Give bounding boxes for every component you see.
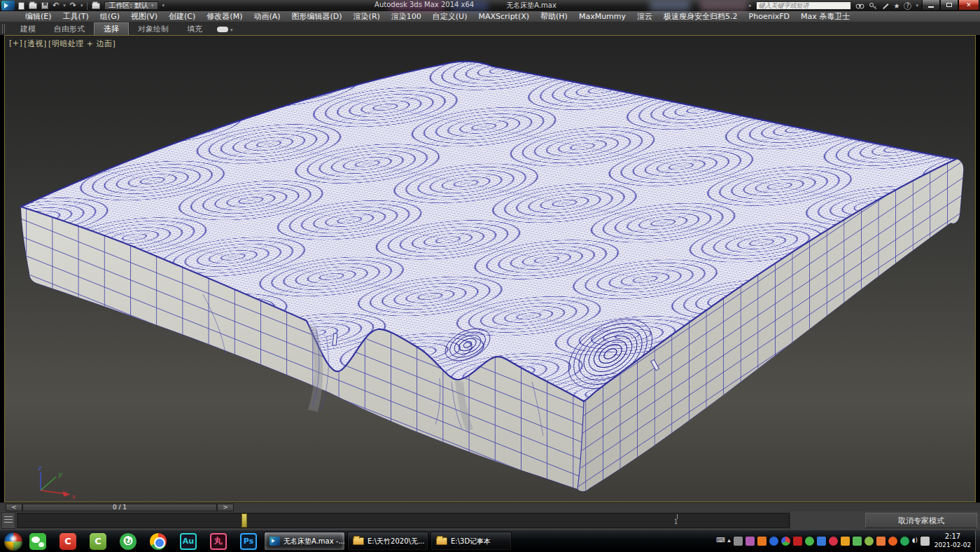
tray-icon[interactable] xyxy=(793,537,802,546)
audition-icon[interactable]: Au xyxy=(180,533,197,550)
task-window-3dsmax[interactable]: 无名床垫A.max -... xyxy=(264,532,345,551)
camtasia-studio-icon[interactable]: C xyxy=(90,533,106,550)
ribbon-minimize-icon[interactable] xyxy=(217,27,228,32)
camtasia-recorder-icon[interactable]: C xyxy=(59,533,76,550)
undo-dropdown-icon[interactable]: ▾ xyxy=(63,3,66,8)
background-window-blob xyxy=(650,0,690,11)
ribbon-grip[interactable] xyxy=(2,24,6,34)
task-window-folder-2[interactable]: E:\3D记事本 xyxy=(430,532,512,551)
menu-animation[interactable]: 动画(A) xyxy=(248,11,286,22)
save-file-icon[interactable] xyxy=(41,2,48,9)
qat-overflow-icon[interactable]: ▾ xyxy=(162,3,165,8)
menu-edit[interactable]: 编辑(E) xyxy=(20,11,57,22)
tab-populate[interactable]: 填充 xyxy=(178,23,211,35)
tray-icon[interactable] xyxy=(900,537,909,546)
infocenter: ▸ 键入关键字或短语 ★ ? ▾ xyxy=(749,1,918,10)
workspace-selector[interactable]: 工作区: 默认 ▾ xyxy=(104,1,158,10)
viewport-shading-menu[interactable]: [明暗处理 + 边面] xyxy=(48,39,115,49)
minimize-icon xyxy=(928,6,934,8)
network-icon[interactable] xyxy=(920,537,930,546)
tray-icon[interactable] xyxy=(769,537,778,546)
keyboard-layout-icon[interactable]: ⌨ xyxy=(716,537,724,546)
wan-app-icon[interactable]: 丸 xyxy=(210,533,227,550)
project-folder-icon[interactable] xyxy=(92,3,100,9)
menu-maxscript[interactable]: MAXScript(X) xyxy=(472,11,535,22)
search-expand-icon[interactable]: ▸ xyxy=(749,3,752,8)
taskbar-clock[interactable]: 2:17 2021-02-02 xyxy=(932,532,973,550)
menu-maxmummy[interactable]: MaxMummy xyxy=(573,11,631,22)
menu-tools[interactable]: 工具(T) xyxy=(57,11,94,22)
subscription-key-icon[interactable] xyxy=(869,2,877,10)
tray-expand-icon[interactable]: ▴ xyxy=(727,537,731,546)
tray-icon[interactable] xyxy=(864,537,874,546)
tray-icon[interactable] xyxy=(757,537,766,546)
menu-antivirus[interactable]: Max 杀毒卫士 xyxy=(795,11,855,22)
viewport-pov-menu[interactable]: [透视] xyxy=(24,39,47,49)
communication-pen-icon[interactable] xyxy=(881,2,890,10)
show-desktop-button[interactable] xyxy=(975,530,980,552)
menu-help[interactable]: 帮助(H) xyxy=(535,11,573,22)
menu-rendercloud[interactable]: 渲云 xyxy=(631,11,658,22)
mini-curve-editor-button[interactable] xyxy=(1,512,15,529)
time-slider-handle[interactable] xyxy=(241,513,247,527)
folder-icon xyxy=(353,537,364,545)
menu-render100[interactable]: 渲染100 xyxy=(386,11,427,22)
open-file-icon[interactable] xyxy=(29,3,37,9)
start-button[interactable] xyxy=(4,532,23,551)
wechat-icon[interactable] xyxy=(29,533,46,550)
search-icon[interactable] xyxy=(855,2,864,10)
tray-icon[interactable] xyxy=(876,537,886,546)
green-utility-icon[interactable]: ↻ xyxy=(120,533,136,550)
tray-icon[interactable] xyxy=(817,537,826,546)
perspective-viewport[interactable]: z y x [+] [透视] [明暗处理 + 边面] xyxy=(4,35,976,502)
tray-icon[interactable] xyxy=(829,537,838,546)
menu-customize[interactable]: 自定义(U) xyxy=(427,11,473,22)
viewport-canvas[interactable]: z y x xyxy=(5,36,975,502)
task-window-folder-1[interactable]: E:\天竹2020\无... xyxy=(347,532,428,551)
menu-group[interactable]: 组(G) xyxy=(94,11,125,22)
tab-freeform[interactable]: 自由形式 xyxy=(45,23,94,35)
tray-icon-usb[interactable] xyxy=(853,537,862,546)
cancel-expert-mode-button[interactable]: 取消专家模式 xyxy=(865,513,977,528)
track-bar[interactable]: 1 xyxy=(17,513,790,528)
chrome-icon[interactable] xyxy=(150,533,167,550)
next-frame-button[interactable]: > xyxy=(217,504,234,511)
zipper-tag xyxy=(332,333,337,345)
menu-slim-archive[interactable]: 极速瘦身安全归档5.2 xyxy=(658,11,743,22)
menu-views[interactable]: 视图(V) xyxy=(125,11,163,22)
frame-indicator[interactable]: 0 / 1 xyxy=(22,504,217,511)
minimize-button[interactable] xyxy=(922,0,940,11)
menu-create[interactable]: 创建(C) xyxy=(163,11,201,22)
ribbon-options-icon[interactable]: ▾ xyxy=(230,27,233,33)
volume-icon[interactable]: ◖) xyxy=(912,537,918,546)
viewport-general-menu[interactable]: [+] xyxy=(9,39,22,49)
tray-icon-wechat[interactable] xyxy=(805,537,814,546)
menu-phoenixfd[interactable]: PhoenixFD xyxy=(743,11,795,22)
tray-icon[interactable] xyxy=(841,537,850,546)
photoshop-icon[interactable]: Ps xyxy=(240,533,257,550)
menu-modifiers[interactable]: 修改器(M) xyxy=(201,11,248,22)
menu-rendering[interactable]: 渲染(R) xyxy=(348,11,386,22)
tray-icon-shield[interactable] xyxy=(888,537,897,546)
redo-dropdown-icon[interactable]: ▾ xyxy=(80,3,83,8)
tray-icon-ime[interactable] xyxy=(734,537,743,546)
help-icon[interactable]: ? xyxy=(904,2,911,10)
redo-icon[interactable]: ↷ xyxy=(70,2,76,9)
tab-selection[interactable]: 选择 xyxy=(94,22,129,35)
app-menu-button[interactable] xyxy=(1,1,15,11)
tab-modeling[interactable]: 建模 xyxy=(11,23,45,35)
favorites-star-icon[interactable]: ★ xyxy=(894,2,900,10)
menu-graph-editors[interactable]: 图形编辑器(D) xyxy=(286,11,348,22)
tray-icon[interactable] xyxy=(781,537,790,546)
tray-icon[interactable] xyxy=(746,537,755,546)
tab-object-paint[interactable]: 对象绘制 xyxy=(129,23,178,35)
restore-button[interactable] xyxy=(940,0,958,11)
close-button[interactable]: ✕ xyxy=(958,0,979,11)
new-file-icon[interactable] xyxy=(18,2,24,10)
undo-icon[interactable]: ↶ xyxy=(52,2,59,9)
track-bar-row: 1 取消专家模式 xyxy=(0,511,980,530)
previous-frame-button[interactable]: < xyxy=(6,504,22,511)
help-dropdown-icon[interactable]: ▾ xyxy=(916,3,918,8)
quick-access-toolbar: ↶▾ ↷▾ 工作区: 默认 ▾ ▾ xyxy=(18,1,164,10)
search-input[interactable]: 键入关键字或短语 xyxy=(756,1,851,10)
